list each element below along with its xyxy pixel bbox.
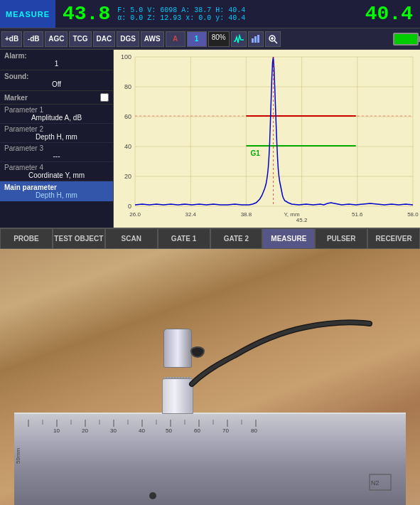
- svg-text:32.4: 32.4: [185, 211, 196, 218]
- svg-text:80: 80: [124, 83, 131, 90]
- tab-gate1[interactable]: GATE 1: [158, 228, 210, 249]
- toolbar-graph-icon[interactable]: [248, 31, 264, 47]
- nav-tabs: PROBE TEST OBJECT SCAN GATE 1 GATE 2 MEA…: [0, 228, 420, 249]
- measure-label: MEASURE: [0, 0, 55, 28]
- marker-section: Marker: [0, 91, 113, 105]
- svg-text:20: 20: [82, 427, 88, 434]
- svg-rect-1: [254, 36, 257, 43]
- toolbar-btn-dgs[interactable]: DGS: [117, 31, 139, 47]
- svg-text:N2: N2: [371, 479, 379, 487]
- toolbar: +dB -dB AGC TCG DAC DGS AWS A 1 80%: [0, 28, 420, 50]
- tab-receiver[interactable]: RECEIVER: [367, 228, 420, 249]
- param2-title: Parameter 2: [4, 125, 109, 133]
- alarm-value: 1: [4, 60, 109, 68]
- svg-text:70: 70: [222, 427, 229, 434]
- param4-title: Parameter 4: [4, 164, 109, 171]
- param1-row: Parameter 1 Amplitude A, dB: [0, 105, 113, 124]
- battery-icon: [393, 33, 419, 46]
- param2-row: Parameter 2 Depth H, mm: [0, 124, 113, 143]
- svg-text:100: 100: [121, 53, 131, 60]
- toolbar-btn-aws[interactable]: AWS: [141, 31, 164, 47]
- main-value-display: 43.8: [63, 3, 110, 25]
- tab-scan[interactable]: SCAN: [105, 228, 158, 249]
- photo-area: 10 20 30 40 50 60 70 80 59mm N2: [0, 249, 420, 505]
- readings-row1: F: 5.0 V: 6098 A: 38.7 H: 40.4: [117, 6, 365, 14]
- param4-value: Coordinate Y, mm: [4, 171, 109, 179]
- toolbar-btn-1[interactable]: 1: [187, 31, 207, 47]
- header-bar: MEASURE 43.8 F: 5.0 V: 6098 A: 38.7 H: 4…: [0, 0, 420, 28]
- main-param-title: Main parameter: [4, 184, 109, 191]
- svg-text:10: 10: [53, 427, 60, 434]
- main-content: Alarm: 1 Sound: Off Marker Parameter 1 A…: [0, 50, 420, 228]
- svg-text:50: 50: [166, 427, 172, 434]
- svg-text:40: 40: [124, 143, 131, 150]
- svg-text:58.0: 58.0: [407, 211, 419, 218]
- toolbar-btn-agc[interactable]: AGC: [45, 31, 68, 47]
- param3-value: ---: [4, 152, 109, 160]
- metal-test-block: 10 20 30 40 50 60 70 80 59mm N2: [14, 413, 406, 505]
- svg-text:51.6: 51.6: [352, 211, 363, 218]
- left-panel: Alarm: 1 Sound: Off Marker Parameter 1 A…: [0, 50, 114, 228]
- marker-checkbox[interactable]: [100, 93, 109, 102]
- svg-text:40: 40: [139, 427, 145, 434]
- main-param-value: Depth H, mm: [4, 191, 109, 199]
- svg-text:26.0: 26.0: [129, 211, 141, 218]
- block-markings-svg: 10 20 30 40 50 60 70 80 59mm N2: [14, 414, 406, 505]
- toolbar-zoom-icon[interactable]: [265, 31, 281, 47]
- tab-pulser[interactable]: PULSER: [315, 228, 367, 249]
- marker-label: Marker: [4, 94, 28, 102]
- toolbar-waveform-icon[interactable]: [231, 31, 247, 47]
- svg-point-64: [149, 492, 156, 499]
- svg-text:60: 60: [124, 113, 131, 120]
- toolbar-btn-plus-db[interactable]: +dB: [1, 31, 22, 47]
- svg-text:60: 60: [194, 427, 200, 434]
- svg-text:20: 20: [124, 173, 131, 180]
- tab-probe[interactable]: PROBE: [0, 228, 53, 249]
- alarm-section: Alarm: 1: [0, 50, 113, 70]
- svg-text:G1: G1: [250, 149, 260, 157]
- toolbar-btn-minus-db[interactable]: -dB: [23, 31, 43, 47]
- sound-label: Sound:: [4, 73, 109, 80]
- svg-text:45.2: 45.2: [296, 217, 308, 223]
- svg-rect-2: [257, 35, 259, 43]
- secondary-value-display: 40.4: [365, 3, 413, 25]
- toolbar-btn-dac[interactable]: DAC: [93, 31, 116, 47]
- svg-rect-0: [252, 38, 254, 43]
- tab-gate2[interactable]: GATE 2: [210, 228, 263, 249]
- svg-text:80: 80: [251, 427, 257, 434]
- toolbar-percent: 80%: [208, 31, 230, 47]
- cable-svg: [178, 313, 377, 398]
- svg-rect-7: [114, 50, 420, 228]
- toolbar-btn-curve[interactable]: A: [166, 31, 185, 47]
- svg-line-4: [274, 41, 277, 43]
- sound-value: Off: [4, 80, 109, 88]
- alarm-label: Alarm:: [4, 52, 109, 60]
- svg-text:30: 30: [110, 427, 117, 434]
- param1-title: Parameter 1: [4, 106, 109, 114]
- param2-value: Depth H, mm: [4, 133, 109, 141]
- chart-svg: 100 80 60 40 20 0 26.0 32.4 38.8 Y, mm 4…: [114, 50, 420, 228]
- main-param-row: Main parameter Depth H, mm: [0, 181, 113, 201]
- param3-title: Parameter 3: [4, 144, 109, 152]
- svg-text:0: 0: [128, 203, 131, 210]
- toolbar-btn-tcg[interactable]: TCG: [69, 31, 91, 47]
- tab-test-object[interactable]: TEST OBJECT: [53, 228, 105, 249]
- ui-panel: MEASURE 43.8 F: 5.0 V: 6098 A: 38.7 H: 4…: [0, 0, 420, 228]
- param1-value: Amplitude A, dB: [4, 114, 109, 122]
- svg-text:59mm: 59mm: [15, 447, 21, 464]
- param4-row: Parameter 4 Coordinate Y, mm: [0, 162, 113, 181]
- chart-area: 100 80 60 40 20 0 26.0 32.4 38.8 Y, mm 4…: [114, 50, 420, 228]
- readings-row2: α: 0.0 Z: 12.93 x: 0.0 y: 40.4: [117, 14, 365, 22]
- param3-row: Parameter 3 ---: [0, 143, 113, 162]
- header-readings: F: 5.0 V: 6098 A: 38.7 H: 40.4 α: 0.0 Z:…: [117, 6, 365, 22]
- tab-measure[interactable]: MEASURE: [262, 228, 315, 249]
- sound-section: Sound: Off: [0, 70, 113, 91]
- svg-text:38.8: 38.8: [241, 211, 252, 218]
